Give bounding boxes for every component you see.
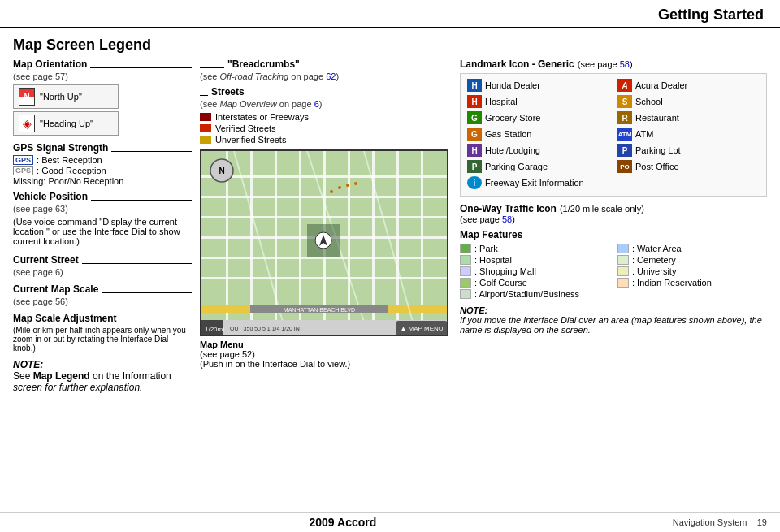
grocery-label: Grocery Store — [485, 113, 540, 123]
post-office-icon: PO — [618, 160, 632, 173]
street-freeway-row: Interstates or Freeways — [200, 112, 452, 122]
freeway-exit-icon: i — [467, 176, 482, 189]
feature-golf: : Golf Course — [460, 278, 609, 288]
north-up-label: "North Up" — [40, 92, 82, 102]
vehicle-position-label: Vehicle Position — [13, 191, 88, 202]
year-model: 2009 Accord — [310, 516, 377, 529]
gps-good-row: GPS : Good Reception — [13, 166, 192, 175]
landmark-honda: H Honda Dealer — [467, 79, 609, 92]
landmark-gas: G Gas Station — [467, 128, 609, 141]
bottom-bar: 2009 Accord Navigation System 19 — [0, 512, 780, 532]
hospital-feature-label: : Hospital — [474, 255, 512, 265]
gps-missing-label: Missing: Poor/No Reception — [13, 176, 124, 186]
verified-color — [200, 124, 211, 132]
features-grid: : Park : Hospital : Shopping Mall : Golf… — [460, 244, 767, 301]
north-icon: N — [19, 88, 35, 106]
current-scale-section: Current Map Scale (see page 56) — [13, 283, 192, 306]
hotel-label: Hotel/Lodging — [485, 145, 540, 155]
svg-rect-11 — [202, 196, 448, 198]
heading-icon: ◈ — [19, 115, 35, 132]
feature-hospital: : Hospital — [460, 255, 609, 265]
one-way-section: One-Way Traffic Icon (1/20 mile scale on… — [460, 203, 767, 224]
svg-point-33 — [330, 190, 333, 193]
shopping-color — [460, 266, 471, 276]
landmark-parking-garage: P Parking Garage — [467, 160, 609, 173]
map-menu-ref: (see page 52) — [200, 349, 255, 359]
freeway-color — [200, 113, 211, 121]
gas-label: Gas Station — [485, 129, 531, 139]
feature-university: : University — [618, 266, 767, 276]
water-label: : Water Area — [632, 244, 682, 253]
street-verified-row: Verified Streets — [200, 123, 452, 133]
landmark-restaurant: R Restaurant — [618, 111, 760, 124]
right-note: NOTE: If you move the Interface Dial ove… — [460, 305, 767, 335]
map-features-title: Map Features — [460, 229, 767, 240]
breadcrumbs-section: "Breadcrumbs" (see Off-road Tracking on … — [200, 58, 452, 81]
water-color — [618, 244, 629, 253]
svg-point-36 — [354, 182, 358, 185]
hospital-label: Hospital — [485, 97, 518, 106]
streets-title: Streets — [211, 86, 245, 97]
vehicle-position-ref: (see page 63) — [13, 204, 192, 214]
freeway-exit-label: Freeway Exit Information — [485, 178, 584, 188]
svg-point-34 — [338, 186, 341, 189]
landmark-grid: H Honda Dealer A Acura Dealer H Hospital… — [460, 73, 767, 197]
note-label: NOTE: — [13, 359, 43, 370]
feature-airport: : Airport/Stadium/Business — [460, 289, 609, 299]
map-scale-adj-section: Map Scale Adjustment (Mile or km per hal… — [13, 313, 192, 353]
cemetery-label: : Cemetery — [632, 255, 676, 265]
map-image: N 1/20mi MANHATTAN BEACH BLVD ▲ MAP MENU… — [200, 149, 448, 336]
breadcrumbs-ref: (see Off-road Tracking on page 62) — [200, 71, 452, 81]
svg-rect-10 — [202, 175, 448, 178]
landmark-parking-lot: P Parking Lot — [618, 144, 760, 157]
post-office-label: Post Office — [635, 162, 679, 171]
landmark-ref: (see page 58) — [578, 59, 633, 69]
parking-lot-label: Parking Lot — [635, 145, 681, 155]
hospital-icon: H — [467, 95, 482, 108]
indian-color — [618, 278, 629, 288]
restaurant-icon: R — [618, 111, 632, 124]
map-menu-label: Map Menu — [200, 340, 244, 349]
streets-ref: (see Map Overview on page 6) — [200, 99, 452, 109]
feature-shopping: : Shopping Mall — [460, 266, 609, 276]
features-col2: : Water Area : Cemetery : University : I… — [618, 244, 767, 301]
feature-water: : Water Area — [618, 244, 767, 253]
features-col1: : Park : Hospital : Shopping Mall : Golf… — [460, 244, 609, 301]
svg-text:N: N — [219, 167, 224, 175]
svg-rect-15 — [202, 277, 448, 279]
parking-garage-icon: P — [467, 160, 482, 173]
landmark-section: Landmark Icon - Generic (see page 58) H … — [460, 58, 767, 197]
north-up-box: N "North Up" — [13, 84, 119, 109]
current-street-ref: (see page 6) — [13, 267, 192, 277]
svg-text:OUT 350  50  5  1  1/4  1/20 I: OUT 350 50 5 1 1/4 1/20 IN — [230, 326, 300, 331]
right-note-title: NOTE: — [460, 305, 767, 315]
svg-text:1/20mi: 1/20mi — [205, 326, 224, 333]
current-scale-ref: (see page 56) — [13, 296, 192, 306]
one-way-scale: (1/20 mile scale only) — [560, 204, 644, 214]
svg-text:▲ MAP MENU: ▲ MAP MENU — [400, 325, 443, 332]
map-orientation-label: Map Orientation — [13, 58, 87, 70]
page-title: Map Screen Legend — [0, 33, 780, 58]
cemetery-color — [618, 255, 629, 265]
content-area: Map Orientation (see page 57) N "North U… — [0, 58, 780, 393]
honda-icon: H — [467, 79, 482, 92]
shopping-label: : Shopping Mall — [474, 266, 536, 276]
vehicle-position-desc: (Use voice command "Display the current … — [13, 217, 192, 246]
feature-cemetery: : Cemetery — [618, 255, 767, 265]
feature-indian: : Indian Reservation — [618, 278, 767, 288]
street-unverified-row: Unverified Streets — [200, 135, 452, 145]
landmark-grocery: G Grocery Store — [467, 111, 609, 124]
center-panel: "Breadcrumbs" (see Off-road Tracking on … — [200, 58, 452, 393]
bottom-note: NOTE: See Map Legend on the Information … — [13, 359, 192, 393]
svg-point-35 — [346, 184, 349, 187]
gps-title: GPS Signal Strength — [13, 142, 108, 154]
header-title: Getting Started — [658, 6, 764, 23]
map-features-section: Map Features : Park : Hospital : Shoppin… — [460, 229, 767, 301]
heading-up-box: ◈ "Heading Up" — [13, 111, 119, 136]
hotel-icon: H — [467, 144, 482, 157]
airport-label: : Airport/Stadium/Business — [474, 289, 579, 299]
university-color — [618, 266, 629, 276]
golf-color — [460, 278, 471, 288]
landmark-title: Landmark Icon - Generic — [460, 58, 574, 70]
heading-up-label: "Heading Up" — [40, 119, 93, 128]
